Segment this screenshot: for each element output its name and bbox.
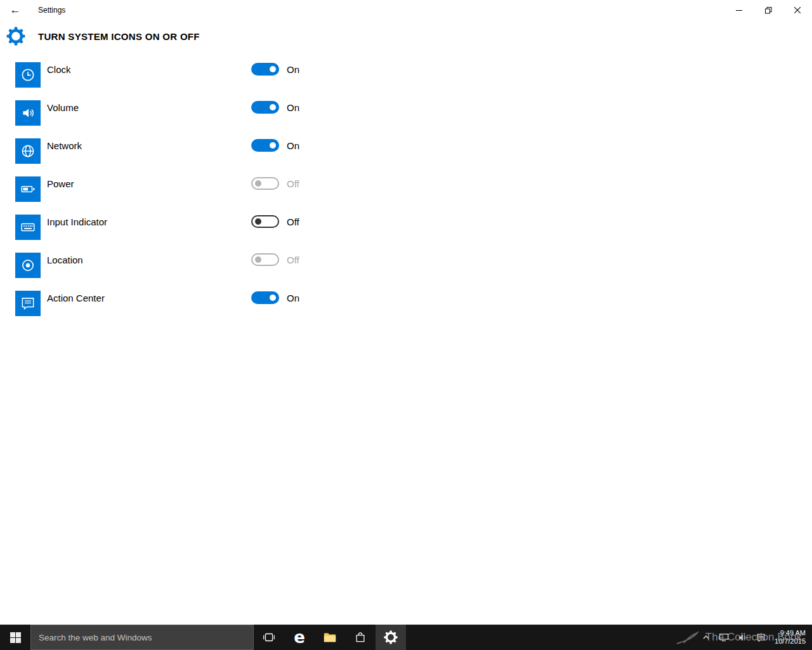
toggle-row-location: Location Off (0, 246, 812, 284)
toggle-knob (270, 295, 276, 301)
power-toggle[interactable] (251, 177, 279, 190)
toggle-knob (255, 218, 261, 225)
minimize-icon (736, 7, 742, 13)
toggle-row-action-center: Action Center On (0, 284, 812, 322)
close-button[interactable] (783, 0, 812, 20)
tray-clock[interactable]: 9:49 AM 10/7/2015 (775, 629, 806, 646)
edge-button[interactable]: e (284, 625, 315, 650)
tray-network-icon[interactable] (719, 632, 729, 642)
tray-chevron-up-icon[interactable] (702, 633, 710, 641)
windows-logo-icon (10, 632, 21, 643)
close-icon (794, 7, 801, 13)
restore-button[interactable] (754, 0, 783, 20)
edge-icon: e (294, 629, 305, 646)
volume-icon (15, 100, 41, 126)
battery-icon (15, 176, 41, 202)
keyboard-icon (15, 215, 41, 240)
toggle-state: Off (287, 255, 299, 265)
taskbar: e (0, 625, 812, 650)
settings-taskbar-button[interactable] (376, 625, 406, 650)
toggle-label: Power (47, 178, 74, 189)
tray-action-center-icon[interactable] (756, 633, 766, 642)
toggle-state: On (287, 293, 299, 303)
toggle-knob (255, 256, 261, 263)
folder-icon (323, 630, 337, 644)
watermark-logo-icon (675, 628, 700, 647)
location-icon (15, 253, 41, 278)
toggle-label: Location (47, 255, 83, 265)
store-button[interactable] (345, 625, 376, 650)
settings-gear-icon (384, 630, 398, 644)
action-center-icon (15, 291, 41, 316)
settings-gear-icon (6, 27, 25, 46)
tray-time: 9:49 AM (775, 629, 806, 637)
tray-volume-icon[interactable] (738, 633, 747, 642)
toggle-label: Input Indicator (47, 216, 107, 227)
file-explorer-button[interactable] (315, 625, 345, 650)
network-toggle[interactable] (251, 139, 279, 152)
task-view-icon (262, 630, 276, 644)
toggle-row-volume: Volume On (0, 94, 812, 132)
restore-icon (765, 7, 772, 14)
tray-date: 10/7/2015 (775, 637, 806, 646)
page-title: TURN SYSTEM ICONS ON OR OFF (38, 31, 200, 42)
page-header: TURN SYSTEM ICONS ON OR OFF (0, 20, 812, 52)
toggle-knob (270, 104, 276, 110)
window-controls (724, 0, 812, 20)
network-globe-icon (15, 138, 41, 164)
clock-toggle[interactable] (251, 63, 279, 76)
titlebar: ← Settings (0, 0, 812, 20)
toggle-knob (270, 142, 276, 149)
minimize-button[interactable] (724, 0, 754, 20)
start-button[interactable] (0, 625, 30, 650)
toggle-label: Volume (47, 102, 79, 113)
toggle-state: On (287, 140, 299, 151)
clock-icon (15, 62, 41, 88)
volume-toggle[interactable] (251, 101, 279, 114)
back-arrow-icon: ← (10, 4, 21, 16)
toggle-state: On (287, 64, 299, 75)
input-indicator-toggle[interactable] (251, 215, 279, 228)
toggle-knob (270, 66, 276, 72)
toggle-row-input-indicator: Input Indicator Off (0, 208, 812, 246)
toggle-row-clock: Clock On (0, 56, 812, 94)
toggle-state: Off (287, 216, 299, 227)
toggle-label: Network (47, 140, 82, 151)
toggle-knob (255, 180, 261, 187)
toggle-state: On (287, 102, 299, 113)
task-view-button[interactable] (254, 625, 284, 650)
system-icons-list: Clock On Volume On Network On Power (0, 56, 812, 322)
action-center-toggle[interactable] (251, 291, 279, 304)
back-button[interactable]: ← (0, 0, 30, 20)
location-toggle[interactable] (251, 253, 279, 266)
toggle-label: Action Center (47, 293, 105, 303)
toggle-row-network: Network On (0, 132, 812, 170)
toggle-label: Clock (47, 64, 71, 75)
search-input[interactable] (30, 625, 254, 650)
settings-window: ← Settings (0, 0, 812, 650)
toggle-row-power: Power Off (0, 170, 812, 208)
window-title: Settings (38, 6, 65, 15)
system-tray: 9:49 AM 10/7/2015 The Collection Book (702, 625, 812, 650)
store-bag-icon (354, 631, 367, 644)
toggle-state: Off (287, 178, 299, 189)
